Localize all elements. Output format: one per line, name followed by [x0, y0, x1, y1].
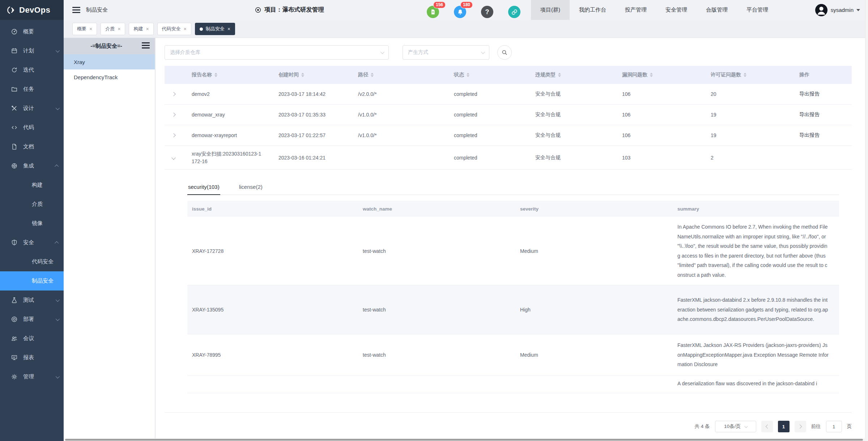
table-row-expanded[interactable]: xray安全扫描:202303160123-1172-16 2023-03-16… — [165, 146, 852, 170]
compass-icon — [11, 316, 18, 323]
sidebar-item-overview[interactable]: 概要 — [0, 22, 64, 41]
gear-icon — [11, 373, 18, 380]
top-header: 制品安全 项目：瀑布式研发管理 156 180 ? 项目(群) 我的工作台 投产… — [64, 0, 868, 20]
page-size-select[interactable]: 10条/页 — [715, 421, 756, 432]
export-report-link[interactable]: 导出报告 — [799, 132, 820, 138]
user-menu[interactable]: sysadmin — [815, 0, 860, 20]
app-logo[interactable]: DevOps — [0, 0, 64, 20]
sidebar-item-test[interactable]: 测试 — [0, 291, 64, 310]
nav-item-projects[interactable]: 项目(群) — [531, 0, 570, 20]
prev-page-button[interactable] — [761, 421, 773, 432]
notifications-bell-button[interactable]: 180 — [454, 6, 466, 18]
tab-build[interactable]: 构建 × — [129, 23, 153, 35]
repo-select[interactable]: 选择介质仓库 — [165, 45, 389, 60]
table-row[interactable]: demowar-xrayreport 2023-03-17 01:22:57 /… — [165, 125, 852, 146]
next-page-button[interactable] — [795, 421, 806, 432]
issue-row[interactable]: XRAY-78995 test-watch Medium FasterXML J… — [187, 334, 839, 376]
panel-item-dependencytrack[interactable]: DependencyTrack — [64, 69, 155, 85]
close-tab-icon[interactable]: × — [118, 26, 120, 31]
close-tab-icon[interactable]: × — [89, 26, 92, 31]
tab-code-security[interactable]: 代码安全 × — [157, 23, 191, 35]
chevron-down-icon — [481, 50, 485, 54]
sort-icon[interactable] — [650, 73, 653, 77]
sidebar-item-integration[interactable]: 集成 — [0, 156, 64, 175]
close-tab-icon[interactable]: × — [146, 26, 149, 31]
mode-select[interactable]: 产生方式 — [403, 45, 489, 60]
nav-item-workbench[interactable]: 我的工作台 — [570, 0, 616, 20]
report-doc-button[interactable]: 156 — [427, 6, 439, 18]
issue-row[interactable]: XRAY-172728 test-watch Medium In Apache … — [187, 217, 839, 285]
chevron-down-icon — [856, 9, 860, 11]
collapse-row-icon[interactable] — [165, 156, 183, 159]
expand-row-icon[interactable] — [165, 113, 183, 116]
vertical-scrollbar[interactable] — [865, 0, 868, 441]
sidebar-item-meeting[interactable]: 会议 — [0, 329, 64, 348]
expand-row-icon[interactable] — [165, 93, 183, 96]
close-tab-icon[interactable]: × — [184, 26, 187, 31]
help-button[interactable]: ? — [481, 6, 493, 18]
goto-label: 前往 — [811, 423, 821, 430]
active-dot-icon — [200, 27, 203, 31]
question-icon: ? — [485, 8, 489, 16]
page-number-button[interactable]: 1 — [778, 421, 790, 432]
sidebar-item-image[interactable]: 镜像 — [0, 214, 64, 233]
code-icon — [11, 124, 18, 131]
tab-security[interactable]: security(103) — [187, 180, 220, 195]
project-icon — [255, 7, 261, 13]
sidebar-item-code[interactable]: 代码 — [0, 118, 64, 137]
main-content: 选择介质仓库 产生方式 报告名称 创建时间 路径 状态 违规类型 漏洞问题数 许… — [156, 38, 868, 441]
sidebar-item-design[interactable]: 设计 — [0, 99, 64, 118]
tab-overview[interactable]: 概要 × — [72, 23, 97, 35]
table-row[interactable]: demov2 2023-03-17 18:14:42 /v2.0.0/* com… — [165, 84, 852, 105]
sidebar-item-build[interactable]: 构建 — [0, 175, 64, 195]
sidebar-item-deploy[interactable]: 部署 — [0, 310, 64, 329]
panel-item-xray[interactable]: Xray — [64, 54, 155, 69]
nav-item-platform-mgmt[interactable]: 平台管理 — [737, 0, 778, 20]
sort-icon[interactable] — [371, 73, 374, 77]
tab-license[interactable]: license(2) — [238, 180, 263, 195]
sidebar-item-artifact-security[interactable]: 制品安全 — [0, 271, 64, 291]
sidebar-item-manage[interactable]: 管理 — [0, 367, 64, 386]
table-row[interactable]: demowar_xray 2023-03-17 01:35:33 /v1.0.0… — [165, 105, 852, 125]
hamburger-menu-icon[interactable] — [72, 7, 80, 14]
table-footer-divider — [165, 412, 852, 413]
chevron-down-icon — [744, 424, 748, 428]
chevron-down-icon — [56, 317, 60, 321]
sidebar: DevOps 概要 计划 迭代 任务 设计 代码 — [0, 0, 64, 441]
tab-artifact-security[interactable]: 制品安全 × — [195, 23, 235, 35]
sidebar-item-task[interactable]: 任务 — [0, 80, 64, 99]
search-button[interactable] — [497, 45, 512, 60]
panel-menu-icon[interactable] — [142, 42, 150, 50]
sort-icon[interactable] — [744, 73, 746, 77]
sidebar-item-artifact[interactable]: 介质 — [0, 195, 64, 214]
nav-item-release-mgmt[interactable]: 合版管理 — [697, 0, 737, 20]
export-report-link[interactable]: 导出报告 — [799, 91, 820, 97]
sidebar-item-docs[interactable]: 文档 — [0, 137, 64, 156]
sidebar-item-code-security[interactable]: 代码安全 — [0, 252, 64, 271]
sort-icon[interactable] — [558, 73, 561, 77]
devops-logo-icon — [7, 5, 16, 15]
issue-row[interactable]: XRAY-135095 test-watch High FasterXML ja… — [187, 285, 839, 334]
link-button[interactable] — [508, 6, 520, 18]
nav-item-production[interactable]: 投产管理 — [616, 0, 656, 20]
sort-icon[interactable] — [301, 73, 304, 77]
folder-icon — [11, 86, 18, 93]
horizontal-scrollbar-thumb[interactable] — [65, 439, 863, 441]
sort-icon[interactable] — [467, 73, 469, 77]
expand-row-icon[interactable] — [165, 134, 183, 137]
horizontal-scrollbar[interactable] — [64, 438, 868, 441]
helm-icon — [11, 162, 18, 169]
sidebar-item-security[interactable]: 安全 — [0, 233, 64, 252]
sidebar-item-iteration[interactable]: 迭代 — [0, 60, 64, 80]
sidebar-item-report[interactable]: 报表 — [0, 348, 64, 367]
close-tab-icon[interactable]: × — [227, 26, 230, 31]
report-table: 报告名称 创建时间 路径 状态 违规类型 漏洞问题数 许可证问题数 操作 dem… — [165, 66, 852, 170]
goto-page-input[interactable] — [826, 421, 842, 432]
issue-row[interactable]: A deserialization flaw was discovered in… — [187, 376, 839, 393]
sort-icon[interactable] — [214, 73, 217, 77]
tab-artifact[interactable]: 介质 × — [101, 23, 125, 35]
sidebar-item-plan[interactable]: 计划 — [0, 41, 64, 60]
nav-item-security-mgmt[interactable]: 安全管理 — [656, 0, 697, 20]
sidebar-menu: 概要 计划 迭代 任务 设计 代码 文档 集成 — [0, 20, 64, 386]
export-report-link[interactable]: 导出报告 — [799, 111, 820, 117]
